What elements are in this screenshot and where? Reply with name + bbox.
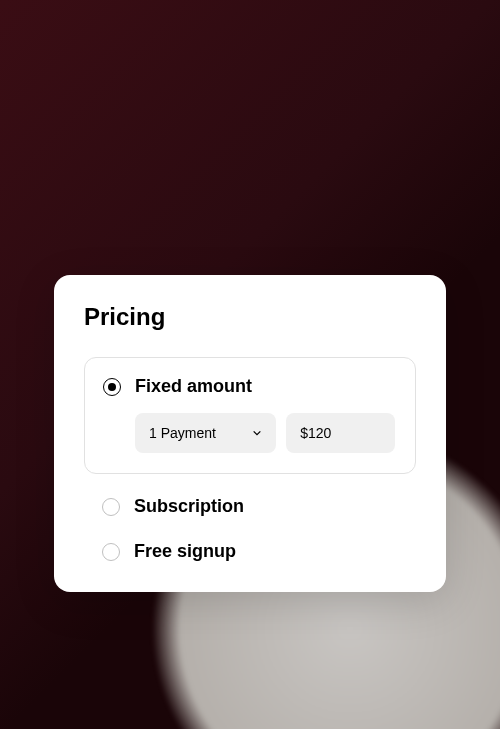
radio-free-signup[interactable] [102, 543, 120, 561]
pricing-card: Pricing Fixed amount 1 Payment $120 Subs… [54, 275, 446, 592]
radio-subscription[interactable] [102, 498, 120, 516]
option-subscription-label: Subscription [134, 496, 244, 517]
option-free-label: Free signup [134, 541, 236, 562]
option-fixed-header: Fixed amount [103, 376, 395, 397]
option-fixed-amount[interactable]: Fixed amount 1 Payment $120 [84, 357, 416, 474]
radio-fixed-amount[interactable] [103, 378, 121, 396]
option-fixed-label: Fixed amount [135, 376, 252, 397]
payments-select-value: 1 Payment [149, 425, 216, 441]
amount-value: $120 [300, 425, 331, 441]
option-subscription[interactable]: Subscription [84, 496, 416, 517]
payments-select[interactable]: 1 Payment [135, 413, 276, 453]
chevron-down-icon [252, 428, 262, 438]
amount-input[interactable]: $120 [286, 413, 395, 453]
fixed-controls: 1 Payment $120 [103, 413, 395, 453]
option-free-signup[interactable]: Free signup [84, 541, 416, 562]
card-title: Pricing [84, 303, 416, 331]
